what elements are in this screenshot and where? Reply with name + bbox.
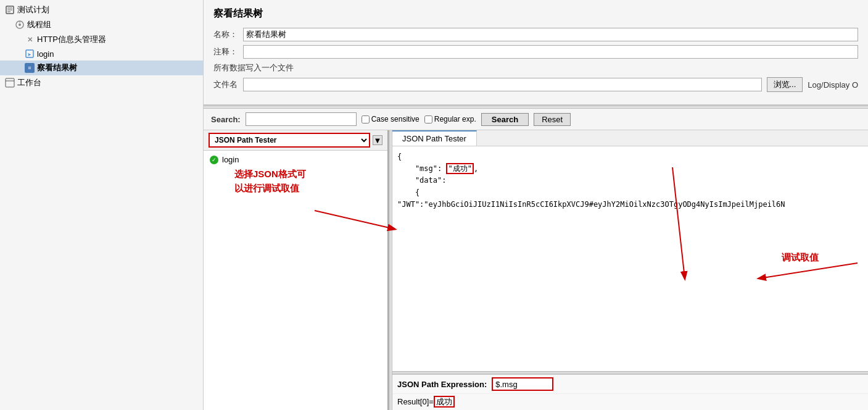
name-label: 名称： xyxy=(213,29,243,40)
thread-icon xyxy=(15,20,25,30)
name-input[interactable] xyxy=(243,28,858,41)
sidebar-item-login[interactable]: ➤ login xyxy=(0,47,203,61)
json-line-2: "msg": "成功", xyxy=(397,163,863,175)
sidebar-item-http-header[interactable]: ✕ HTTP信息头管理器 xyxy=(0,32,203,47)
sidebar-item-workbench[interactable]: 工作台 xyxy=(0,75,203,90)
sidebar-item-thread-group[interactable]: 线程组 xyxy=(0,17,203,32)
login-icon: ➤ xyxy=(25,49,35,59)
json-line-3: "data": xyxy=(397,175,863,186)
regular-exp-label[interactable]: Regular exp. xyxy=(424,115,476,123)
listener-icon: ≡ xyxy=(25,63,35,73)
result-format-dropdown[interactable]: JSON Path Tester xyxy=(209,133,370,148)
result-value: 成功 xyxy=(434,396,455,408)
result-list: ✓ login xyxy=(204,151,387,410)
browse-button[interactable]: 浏览... xyxy=(767,77,803,92)
comment-input[interactable] xyxy=(243,45,858,59)
filename-input[interactable] xyxy=(243,78,762,91)
sidebar: 测试计划 线程组 ✕ HTTP信息头管理器 ➤ login ≡ xyxy=(0,0,204,410)
svg-text:➤: ➤ xyxy=(27,52,31,57)
reset-button[interactable]: Reset xyxy=(534,113,571,126)
main-content: 察看结果树 名称： 注释： 所有数据写入一个文件 文件名 浏览... Log/D… xyxy=(204,0,868,410)
detail-panel: JSON Path Tester { "msg": "成功", "data": … xyxy=(392,130,868,410)
expression-label: JSON Path Expression: xyxy=(397,380,487,389)
success-icon: ✓ xyxy=(210,156,218,164)
tab-json-path-tester[interactable]: JSON Path Tester xyxy=(392,130,477,146)
comment-label: 注释： xyxy=(213,46,243,57)
search-input[interactable] xyxy=(246,112,357,126)
file-row: 文件名 浏览... Log/Display O xyxy=(213,77,858,92)
name-row: 名称： xyxy=(213,28,858,41)
log-display-label: Log/Display O xyxy=(808,80,858,90)
result-panel: JSON Path Tester ▼ ✓ login xyxy=(204,130,389,410)
detail-content: { "msg": "成功", "data": { "JWT":"eyJhbGci… xyxy=(392,146,868,371)
all-data-text: 所有数据写入一个文件 xyxy=(213,62,858,73)
detail-tabs: JSON Path Tester xyxy=(392,130,868,146)
search-label: Search: xyxy=(211,115,241,124)
page-title: 察看结果树 xyxy=(213,7,858,20)
dropdown-arrow-icon[interactable]: ▼ xyxy=(373,135,382,145)
result-label: Result[0]= xyxy=(397,397,434,406)
comment-row: 注释： xyxy=(213,45,858,59)
result-item-label: login xyxy=(222,155,239,164)
expression-input[interactable] xyxy=(492,377,553,391)
json-line-5: "JWT":"eyJhbGciOiJIUzI1NiIsInR5cCI6IkpXV… xyxy=(397,199,863,211)
sidebar-item-label: login xyxy=(37,49,54,59)
svg-point-5 xyxy=(19,23,21,26)
result-line: Result[0]=成功 xyxy=(392,393,868,410)
case-sensitive-label[interactable]: Case sensitive xyxy=(362,115,420,123)
expression-bar: JSON Path Expression: xyxy=(392,374,868,393)
case-sensitive-checkbox[interactable] xyxy=(362,115,370,123)
bottom-panel: JSON Path Tester ▼ ✓ login JSON Path xyxy=(204,130,868,410)
sidebar-item-label: 线程组 xyxy=(27,19,51,30)
plan-icon xyxy=(5,5,15,15)
sidebar-item-test-plan[interactable]: 测试计划 xyxy=(0,2,203,17)
config-panel: 察看结果树 名称： 注释： 所有数据写入一个文件 文件名 浏览... Log/D… xyxy=(204,0,868,105)
filename-label: 文件名 xyxy=(213,79,243,90)
http-icon: ✕ xyxy=(25,35,35,44)
sidebar-item-label: 测试计划 xyxy=(17,4,49,15)
json-line-1: { xyxy=(397,151,863,163)
workbench-icon xyxy=(5,78,15,88)
sidebar-item-result-tree[interactable]: ≡ 察看结果树 xyxy=(0,61,203,75)
search-button[interactable]: Search xyxy=(481,113,529,126)
sidebar-item-label: 察看结果树 xyxy=(37,62,77,73)
regular-exp-checkbox[interactable] xyxy=(424,115,432,123)
svg-rect-9 xyxy=(6,78,14,87)
sidebar-item-label: HTTP信息头管理器 xyxy=(37,34,106,45)
search-bar: Search: Case sensitive Regular exp. Sear… xyxy=(204,109,868,130)
result-item-login[interactable]: ✓ login xyxy=(206,153,385,166)
msg-highlight: "成功" xyxy=(446,163,473,174)
result-header: JSON Path Tester ▼ xyxy=(204,130,387,151)
sidebar-item-label: 工作台 xyxy=(17,77,41,88)
json-line-4: { xyxy=(397,187,863,199)
